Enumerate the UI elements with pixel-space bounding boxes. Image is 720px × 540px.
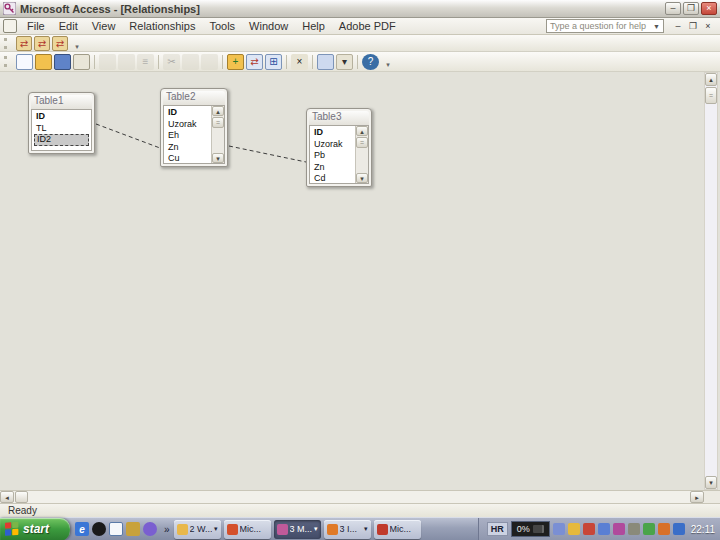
title-bar[interactable]: Microsoft Access - [Relationships] – ❐ × bbox=[0, 0, 720, 18]
open-folder-icon[interactable] bbox=[35, 54, 52, 70]
task-button-2[interactable]: Mic... bbox=[224, 520, 271, 539]
field-cu[interactable]: Cu bbox=[166, 153, 211, 163]
menu-item-window[interactable]: Window bbox=[242, 19, 295, 33]
show-all-relationships-icon[interactable]: ⇄ bbox=[52, 36, 68, 51]
help-icon[interactable]: ? bbox=[362, 54, 379, 70]
menu-item-relationships[interactable]: Relationships bbox=[122, 19, 202, 33]
help-search-box[interactable]: Type a question for help ▼ bbox=[546, 19, 664, 33]
task-buttons: 2 W...▾Mic...3 M...▾3 I...▾Mic... bbox=[174, 520, 421, 539]
tray-icon-4[interactable] bbox=[598, 523, 610, 535]
menu-item-edit[interactable]: Edit bbox=[52, 19, 85, 33]
scroll-down-icon[interactable]: ▾ bbox=[705, 476, 717, 489]
new-object-icon[interactable] bbox=[317, 54, 334, 70]
task-button-3[interactable]: 3 M...▾ bbox=[274, 520, 321, 539]
vertical-scrollbar[interactable]: ▴ = ▾ bbox=[704, 72, 718, 490]
field-zn[interactable]: Zn bbox=[166, 142, 211, 154]
delete-icon[interactable]: × bbox=[291, 54, 308, 70]
relationships-canvas[interactable]: ▴ = ▾ Table1IDTLID2Table2IDUzorakEhZnCu▴… bbox=[0, 72, 720, 490]
scroll-right-icon[interactable]: ▸ bbox=[690, 491, 704, 503]
scroll-thumb[interactable]: = bbox=[356, 137, 368, 148]
task-button-5[interactable]: Mic... bbox=[374, 520, 421, 539]
restore-button[interactable]: ❐ bbox=[683, 2, 699, 15]
table-box-1[interactable]: Table1IDTLID2 bbox=[28, 92, 95, 154]
close-button[interactable]: × bbox=[701, 2, 717, 15]
menu-item-help[interactable]: Help bbox=[295, 19, 332, 33]
menu-item-file[interactable]: File bbox=[20, 19, 52, 33]
task-button-4[interactable]: 3 I...▾ bbox=[324, 520, 371, 539]
taskbar-clock[interactable]: 22:11 bbox=[691, 524, 715, 535]
all-relationships-icon[interactable]: ⊞ bbox=[265, 54, 282, 70]
quick-launch-overflow-chevron[interactable]: » bbox=[162, 524, 172, 535]
child-restore-button[interactable]: ❐ bbox=[687, 20, 699, 33]
vertical-scroll-track[interactable] bbox=[705, 104, 717, 476]
mail-icon[interactable] bbox=[126, 522, 140, 536]
relationship-line[interactable] bbox=[96, 124, 160, 148]
save-icon[interactable] bbox=[54, 54, 71, 70]
toolbar-grip[interactable] bbox=[4, 56, 11, 67]
tray-icon-1[interactable] bbox=[553, 523, 565, 535]
field-pb[interactable]: Pb bbox=[312, 150, 355, 162]
notepad-icon[interactable] bbox=[109, 522, 123, 536]
internet-explorer-icon[interactable]: e bbox=[75, 522, 89, 536]
tray-icon-9[interactable] bbox=[673, 523, 685, 535]
toolbar-options-button[interactable]: ▾ bbox=[383, 54, 393, 69]
relationship-line[interactable] bbox=[229, 146, 306, 162]
tray-icon-6[interactable] bbox=[628, 523, 640, 535]
field-tl[interactable]: TL bbox=[34, 123, 91, 135]
table-scrollbar[interactable]: ▴=▾ bbox=[211, 106, 224, 163]
scroll-down-icon[interactable]: ▾ bbox=[356, 173, 368, 183]
minimize-button[interactable]: – bbox=[665, 2, 681, 15]
start-button[interactable]: start bbox=[0, 518, 70, 540]
messenger-icon[interactable] bbox=[143, 522, 157, 536]
field-zn[interactable]: Zn bbox=[312, 162, 355, 174]
new-document-icon[interactable] bbox=[16, 54, 33, 70]
vertical-scroll-thumb[interactable]: = bbox=[705, 87, 717, 104]
table-box-2[interactable]: Table2IDUzorakEhZnCu▴=▾ bbox=[160, 88, 228, 167]
child-window-controls: – ❐ × bbox=[672, 20, 714, 33]
field-id[interactable]: ID bbox=[312, 127, 355, 139]
menu-item-view[interactable]: View bbox=[85, 19, 123, 33]
field-cd[interactable]: Cd bbox=[312, 173, 355, 183]
show-table-icon[interactable]: ⇄ bbox=[16, 36, 32, 51]
media-player-icon[interactable] bbox=[92, 522, 106, 536]
field-eh[interactable]: Eh bbox=[166, 130, 211, 142]
field-id[interactable]: ID bbox=[166, 107, 211, 119]
scroll-up-icon[interactable]: ▴ bbox=[705, 73, 717, 86]
tray-icon-2[interactable] bbox=[568, 523, 580, 535]
field-uzorak[interactable]: Uzorak bbox=[166, 119, 211, 131]
child-minimize-button[interactable]: – bbox=[672, 20, 684, 33]
menu-item-adobe-pdf[interactable]: Adobe PDF bbox=[332, 19, 403, 33]
tray-icon-8[interactable] bbox=[658, 523, 670, 535]
task-button-1[interactable]: 2 W...▾ bbox=[174, 520, 221, 539]
scroll-thumb[interactable]: = bbox=[212, 117, 224, 128]
scroll-up-icon[interactable]: ▴ bbox=[212, 106, 224, 116]
scroll-left-icon[interactable]: ◂ bbox=[0, 491, 14, 503]
field-id2[interactable]: ID2 bbox=[34, 134, 89, 146]
field-uzorak[interactable]: Uzorak bbox=[312, 139, 355, 151]
table-box-3[interactable]: Table3IDUzorakPbZnCd▴=▾ bbox=[306, 108, 372, 187]
horizontal-scroll-thumb[interactable] bbox=[15, 491, 28, 503]
scroll-up-icon[interactable]: ▴ bbox=[356, 126, 368, 136]
show-direct-relationships-icon[interactable]: ⇄ bbox=[34, 36, 50, 51]
table-title[interactable]: Table1 bbox=[31, 95, 92, 109]
toolbar-grip[interactable] bbox=[4, 38, 11, 49]
relationships-window-icon[interactable] bbox=[3, 19, 17, 33]
direct-relationships-icon[interactable]: ⇄ bbox=[246, 54, 263, 70]
object-type-dropdown-icon[interactable]: ▾ bbox=[336, 54, 353, 70]
table-scrollbar[interactable]: ▴=▾ bbox=[355, 126, 368, 183]
table-title[interactable]: Table3 bbox=[309, 111, 369, 125]
show-table-button-icon[interactable]: + bbox=[227, 54, 244, 70]
tray-icon-5[interactable] bbox=[613, 523, 625, 535]
tray-icon-3[interactable] bbox=[583, 523, 595, 535]
battery-meter[interactable]: 0% bbox=[511, 521, 550, 537]
language-indicator[interactable]: HR bbox=[487, 522, 508, 536]
tray-icon-7[interactable] bbox=[643, 523, 655, 535]
file-search-icon[interactable] bbox=[73, 54, 90, 70]
field-id[interactable]: ID bbox=[34, 111, 91, 123]
horizontal-scrollbar[interactable]: ◂ ▸ bbox=[0, 490, 720, 503]
table-title[interactable]: Table2 bbox=[163, 91, 225, 105]
toolbar-options-button[interactable]: ▾ bbox=[72, 36, 82, 51]
scroll-down-icon[interactable]: ▾ bbox=[212, 153, 224, 163]
menu-item-tools[interactable]: Tools bbox=[202, 19, 242, 33]
child-close-button[interactable]: × bbox=[702, 20, 714, 33]
